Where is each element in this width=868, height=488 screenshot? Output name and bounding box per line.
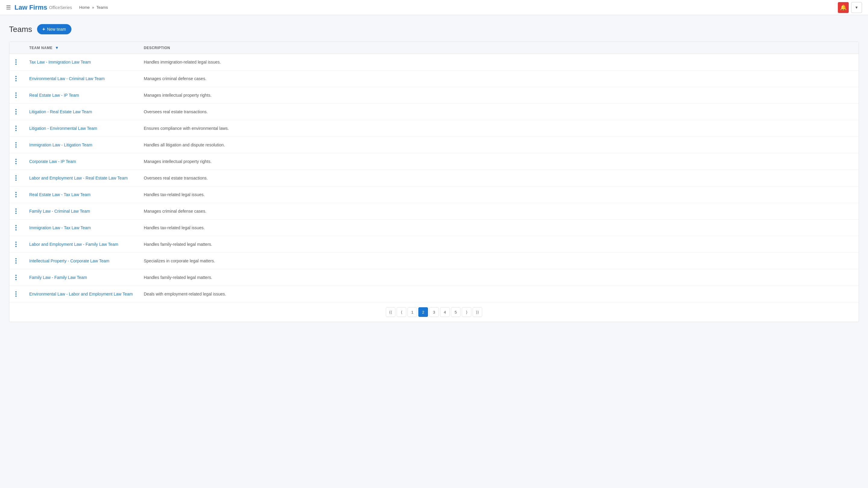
team-name-link[interactable]: Corporate Law - IP Team	[29, 159, 76, 164]
table-row: Corporate Law - IP TeamManages intellect…	[9, 153, 859, 170]
table-row: Litigation - Environmental Law TeamEnsur…	[9, 120, 859, 137]
row-description-cell: Oversees real estate transactions.	[139, 104, 859, 120]
row-description-text: Oversees real estate transactions.	[144, 175, 208, 181]
page-title-row: Teams + New team	[9, 24, 859, 34]
pagination-page-2[interactable]: 2	[418, 307, 428, 317]
table-row: Real Estate Law - Tax Law TeamHandles ta…	[9, 187, 859, 203]
team-name-link[interactable]: Litigation - Real Estate Law Team	[29, 109, 92, 114]
team-name-link[interactable]: Labor and Employment Law - Family Law Te…	[29, 242, 118, 247]
app-name: OfficeSeries	[49, 5, 72, 10]
row-description-cell: Ensures compliance with environmental la…	[139, 120, 859, 137]
row-team-name-cell: Environmental Law - Criminal Law Team	[24, 70, 139, 87]
team-name-link[interactable]: Immigration Law - Tax Law Team	[29, 225, 91, 230]
table-row: Environmental Law - Criminal Law TeamMan…	[9, 70, 859, 87]
row-description-text: Manages criminal defense cases.	[144, 209, 207, 214]
row-team-name-cell: Family Law - Family Law Team	[24, 269, 139, 286]
row-description-text: Handles all litigation and dispute resol…	[144, 142, 225, 147]
table-row: Intellectual Property - Corporate Law Te…	[9, 253, 859, 269]
row-menu-button[interactable]	[14, 158, 18, 165]
hamburger-icon[interactable]: ☰	[6, 4, 11, 11]
teams-table-container: TEAM NAME ▼ DESCRIPTION Tax Law - Immigr…	[9, 41, 859, 322]
team-name-link[interactable]: Litigation - Environmental Law Team	[29, 126, 97, 131]
row-actions-cell	[9, 269, 24, 286]
row-description-cell: Handles immigration-related legal issues…	[139, 54, 859, 70]
team-name-link[interactable]: Family Law - Family Law Team	[29, 275, 87, 280]
new-team-label: New team	[47, 27, 66, 32]
row-menu-button[interactable]	[14, 141, 18, 149]
row-team-name-cell: Intellectual Property - Corporate Law Te…	[24, 253, 139, 269]
row-description-cell: Manages intellectual property rights.	[139, 153, 859, 170]
row-actions-cell	[9, 120, 24, 137]
row-description-cell: Manages criminal defense cases.	[139, 203, 859, 220]
team-name-link[interactable]: Immigration Law - Litigation Team	[29, 142, 92, 147]
row-actions-cell	[9, 54, 24, 70]
row-menu-button[interactable]	[14, 108, 18, 116]
row-description-cell: Handles tax-related legal issues.	[139, 187, 859, 203]
row-actions-cell	[9, 104, 24, 120]
row-description-cell: Deals with employment-related legal issu…	[139, 286, 859, 302]
row-menu-button[interactable]	[14, 257, 18, 265]
header-actions: 🔔 ▼	[838, 2, 862, 13]
row-team-name-cell: Labor and Employment Law - Real Estate L…	[24, 170, 139, 187]
row-description-text: Deals with employment-related legal issu…	[144, 292, 226, 296]
notification-bell-button[interactable]: 🔔	[838, 2, 849, 13]
team-name-link[interactable]: Environmental Law - Criminal Law Team	[29, 76, 104, 81]
row-actions-cell	[9, 137, 24, 153]
team-name-link[interactable]: Intellectual Property - Corporate Law Te…	[29, 258, 110, 263]
row-menu-button[interactable]	[14, 273, 18, 281]
pagination-page-5[interactable]: 5	[451, 307, 461, 317]
row-menu-button[interactable]	[14, 75, 18, 83]
filter-icon[interactable]: ▼	[55, 45, 59, 50]
row-menu-button[interactable]	[14, 174, 18, 182]
table-row: Real Estate Law - IP TeamManages intelle…	[9, 87, 859, 104]
row-menu-button[interactable]	[14, 290, 18, 298]
table-row: Immigration Law - Tax Law TeamHandles ta…	[9, 220, 859, 236]
breadcrumb-home[interactable]: Home	[79, 5, 90, 10]
th-description: DESCRIPTION	[139, 42, 859, 54]
team-name-link[interactable]: Tax Law - Immigration Law Team	[29, 60, 91, 64]
row-description-text: Handles family-related legal matters.	[144, 275, 212, 280]
row-menu-button[interactable]	[14, 224, 18, 232]
row-menu-button[interactable]	[14, 191, 18, 198]
new-team-button[interactable]: + New team	[37, 24, 71, 34]
row-team-name-cell: Environmental Law - Labor and Employment…	[24, 286, 139, 302]
row-team-name-cell: Family Law - Criminal Law Team	[24, 203, 139, 220]
pagination-page-3[interactable]: 3	[429, 307, 439, 317]
row-team-name-cell: Labor and Employment Law - Family Law Te…	[24, 236, 139, 253]
row-description-cell: Handles family-related legal matters.	[139, 236, 859, 253]
row-description-text: Handles tax-related legal issues.	[144, 192, 205, 197]
pagination-next-button[interactable]: ⟩	[462, 307, 471, 317]
team-name-link[interactable]: Environmental Law - Labor and Employment…	[29, 292, 133, 296]
row-menu-button[interactable]	[14, 124, 18, 132]
row-actions-cell	[9, 70, 24, 87]
row-description-cell: Manages criminal defense cases.	[139, 70, 859, 87]
table-row: Environmental Law - Labor and Employment…	[9, 286, 859, 302]
pagination-page-1[interactable]: 1	[407, 307, 417, 317]
pagination-prev-button[interactable]: ⟨	[397, 307, 406, 317]
team-name-link[interactable]: Family Law - Criminal Law Team	[29, 209, 90, 214]
row-actions-cell	[9, 153, 24, 170]
pagination: ⟨⟨ ⟨ 1 2 3 4 5 ⟩ ⟩⟩	[9, 302, 859, 322]
row-description-text: Ensures compliance with environmental la…	[144, 126, 229, 131]
row-description-cell: Specializes in corporate legal matters.	[139, 253, 859, 269]
row-team-name-cell: Real Estate Law - Tax Law Team	[24, 187, 139, 203]
row-description-cell: Handles tax-related legal issues.	[139, 220, 859, 236]
row-description-text: Handles tax-related legal issues.	[144, 225, 205, 230]
row-description-text: Manages intellectual property rights.	[144, 93, 212, 98]
row-menu-button[interactable]	[14, 91, 18, 99]
team-name-link[interactable]: Real Estate Law - IP Team	[29, 93, 79, 98]
row-team-name-cell: Litigation - Environmental Law Team	[24, 120, 139, 137]
row-team-name-cell: Immigration Law - Litigation Team	[24, 137, 139, 153]
row-menu-button[interactable]	[14, 58, 18, 66]
team-name-link[interactable]: Labor and Employment Law - Real Estate L…	[29, 175, 128, 181]
pagination-page-4[interactable]: 4	[440, 307, 450, 317]
row-menu-button[interactable]	[14, 207, 18, 215]
header: ☰ Law Firms OfficeSeries Home » Teams 🔔 …	[0, 0, 868, 15]
team-name-link[interactable]: Real Estate Law - Tax Law Team	[29, 192, 90, 197]
row-actions-cell	[9, 236, 24, 253]
pagination-last-button[interactable]: ⟩⟩	[472, 307, 482, 317]
table-row: Family Law - Criminal Law TeamManages cr…	[9, 203, 859, 220]
user-dropdown-button[interactable]: ▼	[851, 2, 862, 13]
row-menu-button[interactable]	[14, 240, 18, 248]
pagination-first-button[interactable]: ⟨⟨	[386, 307, 396, 317]
